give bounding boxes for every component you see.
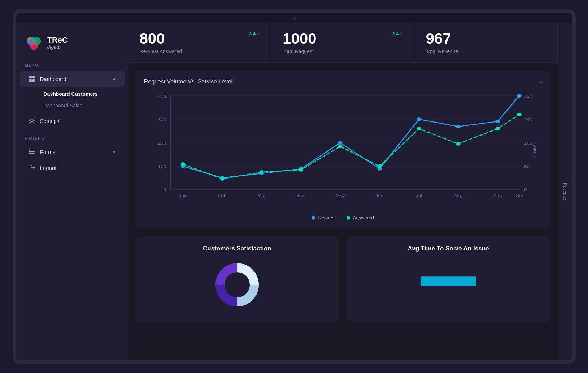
- svg-point-59: [417, 127, 421, 130]
- right-panel-label: Revenue: [562, 183, 567, 200]
- svg-point-13: [29, 151, 30, 153]
- svg-text:May: May: [335, 193, 345, 198]
- card-customers-satisfaction: Customers Satisfaction: [135, 236, 339, 322]
- stat-value-total-revenue: 967: [426, 31, 546, 46]
- settings-label: Settings: [40, 118, 116, 124]
- stats-bar: 800 Request Answered 2.4 ↑ 1000 Total Re…: [128, 23, 558, 63]
- right-panel: Revenue: [558, 23, 572, 360]
- svg-point-58: [377, 164, 382, 168]
- svg-text:Aug: Aug: [454, 193, 462, 198]
- sidebar-item-settings[interactable]: Settings: [20, 113, 125, 129]
- svg-text:200: 200: [158, 141, 166, 146]
- svg-text:Jan: Jan: [179, 193, 187, 198]
- legend-label-answered: Answered: [353, 215, 374, 220]
- chart-menu-icon[interactable]: ≡: [539, 77, 543, 85]
- legend-dot-answered: [347, 216, 350, 220]
- svg-text:160: 160: [524, 141, 532, 146]
- stat-label-total-revenue: Total Revenue: [426, 48, 546, 54]
- stat-value-total-request: 1000: [283, 31, 402, 46]
- dashboard-subnav: Dashboard Customers Dashboard Sales: [16, 87, 128, 113]
- svg-point-8: [31, 120, 33, 122]
- svg-point-52: [517, 94, 521, 98]
- svg-text:Jun: Jun: [375, 193, 383, 198]
- app-container: TReC digital MENU Dashboard ∧: [16, 23, 572, 360]
- logo-text: TReC digital: [47, 36, 68, 50]
- main-content: 800 Request Answered 2.4 ↑ 1000 Total Re…: [128, 23, 558, 360]
- svg-text:Feb: Feb: [218, 193, 226, 198]
- svg-rect-9: [30, 150, 35, 150]
- logo-title: TReC: [47, 36, 68, 44]
- svg-point-56: [299, 168, 303, 172]
- stat-label-total-request: Total Request: [283, 48, 402, 54]
- sidebar-item-dashboard[interactable]: Dashboard ∧: [20, 71, 125, 87]
- gear-icon: [29, 117, 36, 124]
- menu-section-label: MENU: [16, 63, 128, 71]
- laptop-frame: TReC digital MENU Dashboard ∧: [13, 9, 576, 364]
- svg-text:Jul: Jul: [416, 193, 422, 198]
- line-chart-svg: 0 100 200 300 400 0 80 160 240 320: [144, 92, 542, 208]
- logout-label: Logout: [40, 165, 116, 171]
- svg-text:Oct: Oct: [515, 193, 523, 198]
- logout-icon: [29, 164, 36, 171]
- chart-legend: Request Answered: [144, 215, 542, 220]
- svg-text:Series 2: Series 2: [532, 143, 537, 157]
- sidebar-item-dashboard-sales[interactable]: Dashboard Sales: [38, 100, 128, 111]
- sidebar-item-dashboard-customers[interactable]: Dashboard Customers: [38, 88, 128, 100]
- svg-point-47: [338, 141, 342, 145]
- donut-svg: [205, 260, 270, 314]
- others-section-label: OTHERS: [16, 136, 128, 144]
- svg-text:240: 240: [524, 117, 532, 122]
- legend-answered: Answered: [347, 215, 374, 220]
- forms-chevron: ∨: [113, 149, 116, 154]
- svg-point-12: [29, 150, 30, 151]
- dashboard-chevron: ∧: [113, 76, 116, 81]
- stat-value-request-answered: 800: [140, 31, 260, 46]
- svg-point-62: [517, 113, 521, 116]
- svg-point-54: [220, 177, 224, 181]
- sidebar: TReC digital MENU Dashboard ∧: [16, 23, 128, 360]
- svg-point-60: [456, 142, 460, 146]
- svg-text:0: 0: [163, 188, 166, 192]
- camera-dot: [293, 17, 296, 20]
- svg-point-61: [495, 127, 500, 130]
- chart-wrapper: 0 100 200 300 400 0 80 160 240 320: [144, 92, 542, 220]
- bottom-cards: Customers Satisfaction Av: [135, 236, 550, 322]
- svg-point-55: [259, 170, 263, 174]
- svg-rect-4: [29, 76, 32, 78]
- svg-text:400: 400: [158, 94, 166, 99]
- stat-card-request-answered: 800 Request Answered 2.4 ↑: [128, 23, 271, 62]
- svg-text:80: 80: [524, 164, 530, 169]
- donut-chart-area: [144, 260, 331, 314]
- svg-text:Apr: Apr: [297, 193, 305, 198]
- sidebar-item-logout[interactable]: Logout: [20, 160, 125, 176]
- avg-time-chart-area: [355, 260, 542, 303]
- svg-point-49: [417, 117, 421, 121]
- logo-icon: [25, 34, 43, 52]
- svg-text:320: 320: [524, 94, 532, 99]
- grid-icon: [29, 75, 36, 82]
- chart-title: Request Volume Vs. Service Level: [144, 78, 542, 85]
- legend-request: Request: [312, 215, 335, 220]
- svg-point-2: [30, 41, 38, 50]
- list-icon: [29, 148, 36, 155]
- stat-label-request-answered: Request Answered: [140, 48, 260, 54]
- dashboard-label: Dashboard: [40, 76, 108, 82]
- svg-text:0: 0: [524, 188, 527, 192]
- avg-time-title: Avg Time To Solve An Issue: [355, 245, 542, 252]
- sidebar-item-forms[interactable]: Forms ∨: [20, 144, 125, 160]
- svg-rect-7: [32, 79, 35, 82]
- stat-card-total-request: 1000 Total Request 2.4 ↑: [271, 23, 414, 62]
- svg-text:Mar: Mar: [257, 193, 266, 198]
- svg-point-51: [495, 120, 500, 123]
- svg-point-57: [338, 145, 342, 148]
- svg-rect-11: [30, 153, 35, 154]
- customers-satisfaction-title: Customers Satisfaction: [144, 245, 331, 252]
- chart-card: Request Volume Vs. Service Level ≡: [135, 70, 550, 229]
- svg-rect-63: [421, 276, 476, 286]
- svg-rect-6: [29, 79, 32, 82]
- logo-subtitle: digital: [47, 44, 68, 50]
- svg-point-3: [27, 37, 31, 41]
- stat-card-total-revenue: 967 Total Revenue: [414, 23, 558, 62]
- svg-point-14: [29, 153, 30, 154]
- svg-point-53: [180, 162, 185, 166]
